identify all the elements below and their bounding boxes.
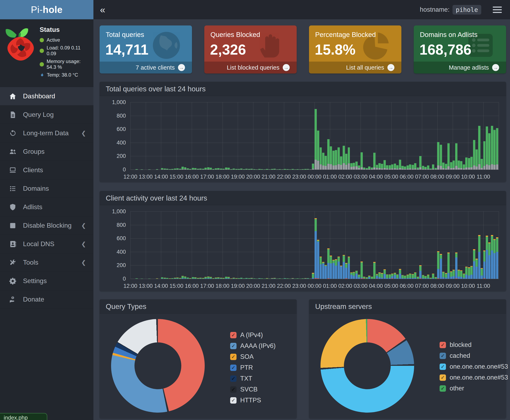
bar-10min-slot[interactable] <box>440 211 442 279</box>
bar-10min-slot[interactable] <box>169 211 171 279</box>
bar-10min-slot[interactable] <box>315 102 317 170</box>
bar-10min-slot[interactable] <box>419 211 421 279</box>
bar-10min-slot[interactable] <box>256 102 258 170</box>
bar-10min-slot[interactable] <box>286 102 289 170</box>
bar-10min-slot[interactable] <box>250 102 253 170</box>
legend-item-txt[interactable]: ✓TXT <box>230 375 276 382</box>
bar-10min-slot[interactable] <box>271 102 273 170</box>
bar-10min-slot[interactable] <box>332 102 335 170</box>
bar-10min-slot[interactable] <box>486 102 488 170</box>
bar-10min-slot[interactable] <box>440 102 442 170</box>
bar-10min-slot[interactable] <box>146 102 148 170</box>
bar-10min-slot[interactable] <box>417 211 419 279</box>
bar-10min-slot[interactable] <box>491 211 493 279</box>
bar-10min-slot[interactable] <box>348 211 350 279</box>
bar-10min-slot[interactable] <box>414 211 416 279</box>
bar-10min-slot[interactable] <box>458 102 460 170</box>
bar-10min-slot[interactable] <box>465 102 467 170</box>
bar-10min-slot[interactable] <box>455 211 458 279</box>
bar-10min-slot[interactable] <box>419 102 421 170</box>
bar-10min-slot[interactable] <box>355 102 358 170</box>
bar-10min-slot[interactable] <box>468 102 470 170</box>
bar-10min-slot[interactable] <box>376 211 378 279</box>
card-footer-link[interactable]: 7 active clients→ <box>100 62 192 74</box>
bar-10min-slot[interactable] <box>135 102 138 170</box>
client-activity-chart[interactable]: 1,000800600400200012:0013:0014:0015:0016… <box>130 211 499 279</box>
legend-checkbox-icon[interactable]: ✓ <box>230 332 237 338</box>
bar-10min-slot[interactable] <box>327 211 330 279</box>
bar-10min-slot[interactable] <box>204 211 207 279</box>
bar-10min-slot[interactable] <box>366 211 368 279</box>
bar-10min-slot[interactable] <box>273 211 276 279</box>
bar-10min-slot[interactable] <box>133 102 135 170</box>
bar-10min-slot[interactable] <box>153 102 156 170</box>
bar-10min-slot[interactable] <box>243 102 245 170</box>
bar-10min-slot[interactable] <box>158 102 161 170</box>
bar-10min-slot[interactable] <box>281 211 284 279</box>
bar-10min-slot[interactable] <box>256 211 258 279</box>
bar-10min-slot[interactable] <box>445 102 447 170</box>
bar-10min-slot[interactable] <box>317 211 319 279</box>
bar-10min-slot[interactable] <box>458 211 460 279</box>
card-footer-link[interactable]: List all queries→ <box>309 62 401 74</box>
bar-10min-slot[interactable] <box>493 102 496 170</box>
bar-10min-slot[interactable] <box>424 211 427 279</box>
bar-10min-slot[interactable] <box>345 211 347 279</box>
legend-checkbox-icon[interactable]: ✓ <box>440 385 446 392</box>
bar-10min-slot[interactable] <box>389 102 391 170</box>
bar-10min-slot[interactable] <box>181 211 184 279</box>
bar-10min-slot[interactable] <box>429 102 432 170</box>
hamburger-menu-icon[interactable] <box>493 7 502 13</box>
bar-10min-slot[interactable] <box>340 102 342 170</box>
bar-10min-slot[interactable] <box>263 102 266 170</box>
sidebar-item-adlists[interactable]: Adlists <box>0 198 93 216</box>
bar-10min-slot[interactable] <box>322 211 324 279</box>
bar-10min-slot[interactable] <box>360 102 363 170</box>
bar-10min-slot[interactable] <box>429 211 432 279</box>
bar-10min-slot[interactable] <box>312 102 314 170</box>
bar-10min-slot[interactable] <box>442 211 444 279</box>
bar-10min-slot[interactable] <box>232 102 235 170</box>
upstream-servers-donut-chart[interactable] <box>321 319 414 412</box>
bar-10min-slot[interactable] <box>141 102 143 170</box>
bar-10min-slot[interactable] <box>460 102 462 170</box>
bar-10min-slot[interactable] <box>227 211 230 279</box>
bar-10min-slot[interactable] <box>322 102 324 170</box>
bar-10min-slot[interactable] <box>156 102 158 170</box>
bar-10min-slot[interactable] <box>169 102 171 170</box>
bar-10min-slot[interactable] <box>488 102 490 170</box>
bar-10min-slot[interactable] <box>399 211 401 279</box>
bar-10min-slot[interactable] <box>133 211 135 279</box>
legend-checkbox-icon[interactable]: ✓ <box>440 364 446 370</box>
bar-10min-slot[interactable] <box>309 102 312 170</box>
legend-item-one-one-one-one-53[interactable]: ✓one.one.one.one#53 <box>440 374 508 381</box>
bar-10min-slot[interactable] <box>455 102 458 170</box>
bar-10min-slot[interactable] <box>450 211 452 279</box>
bar-10min-slot[interactable] <box>210 211 212 279</box>
bar-10min-slot[interactable] <box>176 102 179 170</box>
bar-10min-slot[interactable] <box>386 102 388 170</box>
bar-10min-slot[interactable] <box>174 211 176 279</box>
bar-10min-slot[interactable] <box>332 211 335 279</box>
bar-10min-slot[interactable] <box>470 102 473 170</box>
bar-10min-slot[interactable] <box>447 102 450 170</box>
bar-10min-slot[interactable] <box>243 211 245 279</box>
bar-10min-slot[interactable] <box>363 211 365 279</box>
card-footer-link[interactable]: Manage adlists→ <box>414 62 506 74</box>
bar-10min-slot[interactable] <box>207 102 210 170</box>
bar-10min-slot[interactable] <box>302 102 304 170</box>
sidebar-item-long-term-data[interactable]: Long-term Data❮ <box>0 124 93 142</box>
bar-10min-slot[interactable] <box>250 211 253 279</box>
bar-10min-slot[interactable] <box>460 211 462 279</box>
bar-10min-slot[interactable] <box>212 102 215 170</box>
bar-10min-slot[interactable] <box>158 211 161 279</box>
bar-10min-slot[interactable] <box>409 211 411 279</box>
bar-10min-slot[interactable] <box>143 211 145 279</box>
bar-10min-slot[interactable] <box>317 102 319 170</box>
bar-10min-slot[interactable] <box>207 211 210 279</box>
sidebar-item-tools[interactable]: Tools❮ <box>0 253 93 272</box>
bar-10min-slot[interactable] <box>452 102 455 170</box>
legend-item-cached[interactable]: ✓cached <box>440 352 508 360</box>
bar-10min-slot[interactable] <box>406 102 409 170</box>
bar-10min-slot[interactable] <box>220 102 222 170</box>
